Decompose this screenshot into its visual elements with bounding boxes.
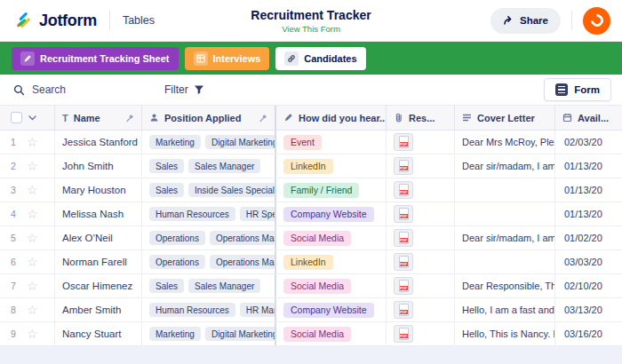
- table-row[interactable]: 3 ☆ Mary Houston SalesInside Sales Speci…: [0, 178, 622, 202]
- jotform-logo[interactable]: Jotform: [0, 12, 97, 30]
- resume-cell[interactable]: PDF: [387, 131, 455, 154]
- column-header-position-applied[interactable]: Position Applied: [142, 106, 276, 130]
- resume-cell[interactable]: PDF: [387, 322, 455, 345]
- position-applied-cell[interactable]: SalesSales Manager: [142, 154, 276, 178]
- position-applied-cell[interactable]: OperationsOperations Mana: [142, 250, 276, 273]
- name-cell[interactable]: Oscar Himenez: [55, 274, 142, 297]
- position-applied-cell[interactable]: Human ResourcesHR Specia: [142, 202, 276, 226]
- source-cell[interactable]: Company Website: [276, 202, 387, 226]
- availability-cell[interactable]: 01/13/20: [555, 178, 622, 202]
- cover-letter-cell[interactable]: Hello, This is Nancy. I ha...: [455, 322, 555, 345]
- position-tag: Marketing: [149, 327, 201, 341]
- source-cell[interactable]: Social Media: [276, 322, 387, 345]
- availability-cell[interactable]: 02/03/20: [555, 131, 622, 154]
- avatar[interactable]: [583, 7, 610, 35]
- form-button[interactable]: Form: [544, 78, 611, 101]
- resume-cell[interactable]: PDF: [387, 154, 455, 178]
- position-applied-cell[interactable]: MarketingDigital Marketing: [142, 131, 276, 154]
- table-row[interactable]: 2 ☆ John Smith SalesSales Manager Linked…: [0, 154, 622, 178]
- table-row[interactable]: 9 ☆ Nancy Stuart MarketingDigital Market…: [0, 322, 622, 346]
- column-header-resume[interactable]: Res...: [387, 106, 455, 130]
- position-applied-cell[interactable]: MarketingDigital Marketing: [142, 322, 276, 345]
- source-tag: Company Website: [283, 207, 374, 222]
- nav-tables[interactable]: Tables: [123, 14, 155, 27]
- cover-letter-cell[interactable]: [455, 178, 555, 202]
- table-row[interactable]: 4 ☆ Melissa Nash Human ResourcesHR Speci…: [0, 202, 622, 226]
- tab-recruitment-tracking-sheet[interactable]: Recruitment Tracking Sheet: [12, 47, 179, 70]
- availability-cell[interactable]: 01/13/20: [555, 202, 622, 226]
- position-applied-cell[interactable]: Human ResourcesHR Manag: [142, 298, 276, 321]
- position-applied-cell[interactable]: SalesInside Sales Specialist: [142, 178, 276, 202]
- resume-cell[interactable]: PDF: [387, 226, 455, 249]
- tab-candidates[interactable]: Candidates: [275, 47, 365, 70]
- resume-cell[interactable]: PDF: [387, 274, 455, 297]
- resume-cell[interactable]: PDF: [387, 178, 455, 202]
- view-this-form-link[interactable]: View This Form: [251, 24, 371, 34]
- star-icon[interactable]: ☆: [27, 304, 38, 316]
- filter-button[interactable]: Filter: [164, 83, 204, 96]
- share-button[interactable]: Share: [490, 8, 561, 34]
- column-header-how-did-you-hear[interactable]: How did you hear...: [276, 106, 387, 130]
- select-all-checkbox[interactable]: [11, 112, 22, 123]
- name-cell[interactable]: John Smith: [55, 154, 142, 178]
- name-cell[interactable]: Amber Smith: [55, 298, 142, 321]
- name-cell[interactable]: Melissa Nash: [55, 202, 142, 226]
- star-icon[interactable]: ☆: [27, 184, 38, 196]
- pencil-icon: [20, 51, 35, 66]
- availability-cell[interactable]: 03/03/20: [555, 250, 622, 273]
- search-box[interactable]: [0, 83, 164, 96]
- availability-cell[interactable]: 03/16/20: [555, 322, 622, 345]
- page-title: Recruitment Tracker: [251, 8, 371, 22]
- cover-letter-cell[interactable]: Dear Responsible, This i...: [455, 274, 555, 297]
- source-cell[interactable]: Family / Friend: [276, 178, 387, 202]
- table-row[interactable]: 7 ☆ Oscar Himenez SalesSales Manager Soc…: [0, 274, 622, 298]
- pin-icon[interactable]: [125, 114, 134, 123]
- availability-cell[interactable]: 01/13/20: [555, 154, 622, 178]
- pin-icon[interactable]: [259, 114, 267, 123]
- star-icon[interactable]: ☆: [27, 160, 38, 172]
- column-header-name[interactable]: T Name: [55, 106, 142, 130]
- tab-interviews[interactable]: Interviews: [185, 47, 270, 70]
- column-label: Cover Letter: [477, 113, 535, 123]
- star-icon[interactable]: ☆: [27, 232, 38, 244]
- source-cell[interactable]: Company Website: [276, 298, 387, 321]
- source-cell[interactable]: Social Media: [276, 226, 387, 249]
- name-cell[interactable]: Norman Farell: [55, 250, 142, 273]
- cover-letter-cell[interactable]: [455, 202, 555, 226]
- name-cell[interactable]: Mary Houston: [55, 178, 142, 202]
- source-cell[interactable]: LinkedIn: [276, 250, 387, 273]
- availability-cell[interactable]: 03/13/20: [555, 298, 622, 321]
- cell-cover: Hello, This is Nancy. I ha...: [462, 328, 555, 339]
- name-cell[interactable]: Nancy Stuart: [55, 322, 142, 345]
- resume-cell[interactable]: PDF: [387, 298, 455, 321]
- cover-letter-cell[interactable]: Dear sir/madam, I am o...: [455, 226, 555, 249]
- star-icon[interactable]: ☆: [27, 256, 38, 268]
- cover-letter-cell[interactable]: Hello, I am a fast and ac...: [455, 298, 555, 321]
- table-row[interactable]: 8 ☆ Amber Smith Human ResourcesHR Manag …: [0, 298, 622, 322]
- cover-letter-cell[interactable]: Dear sir/madam, I am a ...: [455, 154, 555, 178]
- resume-cell[interactable]: PDF: [387, 250, 455, 273]
- position-applied-cell[interactable]: SalesSales Manager: [142, 274, 276, 297]
- source-cell[interactable]: Social Media: [276, 274, 387, 297]
- star-icon[interactable]: ☆: [27, 328, 38, 340]
- source-cell[interactable]: Event: [276, 131, 387, 154]
- name-cell[interactable]: Jessica Stanford: [55, 131, 142, 154]
- star-icon[interactable]: ☆: [27, 280, 38, 292]
- cover-letter-cell[interactable]: [455, 250, 555, 273]
- table-row[interactable]: 1 ☆ Jessica Stanford MarketingDigital Ma…: [0, 131, 622, 154]
- star-icon[interactable]: ☆: [27, 136, 38, 148]
- table-row[interactable]: 6 ☆ Norman Farell OperationsOperations M…: [0, 250, 622, 274]
- column-header-availability[interactable]: Avail...: [555, 106, 622, 130]
- cover-letter-cell[interactable]: Dear Mrs McRoy, Please...: [455, 131, 555, 154]
- source-cell[interactable]: LinkedIn: [276, 154, 387, 178]
- position-applied-cell[interactable]: OperationsOperations Mana: [142, 226, 276, 249]
- column-header-cover-letter[interactable]: Cover Letter: [455, 106, 555, 130]
- chevron-down-icon[interactable]: [28, 115, 36, 121]
- star-icon[interactable]: ☆: [27, 208, 38, 220]
- resume-cell[interactable]: PDF: [387, 202, 455, 226]
- search-input[interactable]: [32, 83, 148, 96]
- availability-cell[interactable]: 02/10/20: [555, 274, 622, 297]
- table-row[interactable]: 5 ☆ Alex O’Neil OperationsOperations Man…: [0, 226, 622, 250]
- name-cell[interactable]: Alex O’Neil: [55, 226, 142, 249]
- availability-cell[interactable]: 01/02/20: [555, 226, 622, 249]
